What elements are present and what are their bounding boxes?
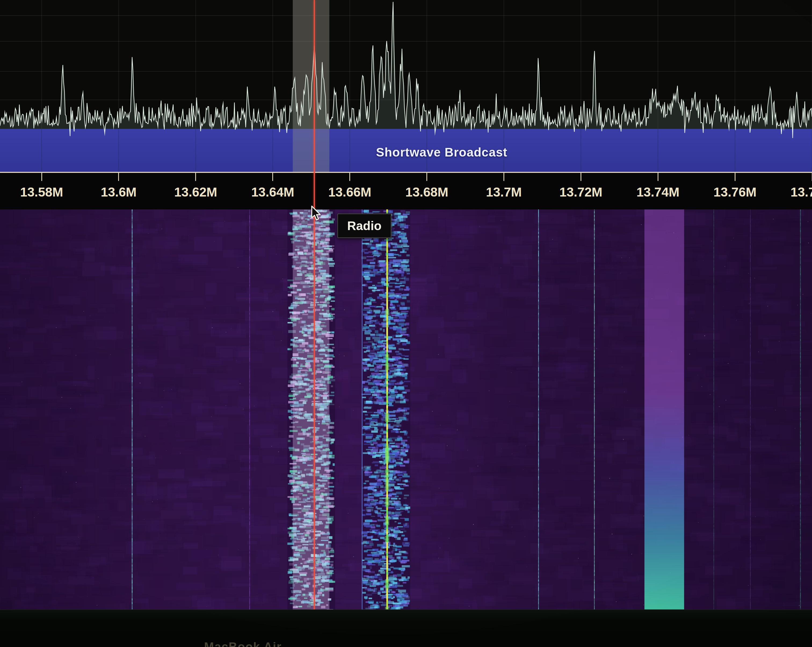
freq-label: 13.78M [791,185,812,200]
freq-tick [350,173,350,181]
freq-tick [504,173,504,181]
radio-tooltip: Radio [337,214,392,238]
bezel-brand-text: MacBook Air [204,640,282,647]
freq-tick [118,173,119,181]
band-plan-label: Shortwave Broadcast [376,145,507,159]
freq-label: 13.76M [713,185,756,200]
radio-tooltip-label: Radio [347,219,382,233]
freq-label: 13.64M [251,185,294,200]
freq-tick [272,173,273,181]
freq-tick [735,173,736,181]
freq-label: 13.72M [559,185,602,200]
freq-tick [41,173,42,181]
freq-tick [580,173,582,181]
freq-tick [658,173,658,181]
freq-label: 13.74M [636,185,679,200]
freq-tick [426,173,427,181]
laptop-bezel: MacBook Air [0,609,812,647]
freq-tick [195,173,196,181]
freq-label: 13.6M [101,185,136,200]
frequency-scale[interactable]: 13.58M13.6M13.62M13.64M13.66M13.68M13.7M… [0,172,812,209]
freq-label: 13.58M [20,185,63,200]
sdr-app-screen: Shortwave Broadcast 13.58M13.6M13.62M13.… [0,0,812,647]
freq-label: 13.68M [405,185,448,200]
mouse-cursor-icon [311,206,322,223]
waterfall-panel[interactable] [0,209,812,609]
freq-label: 13.62M [174,185,217,200]
freq-label: 13.66M [328,185,371,200]
vfo-tuning-line[interactable] [314,0,315,609]
freq-label: 13.7M [486,185,522,200]
